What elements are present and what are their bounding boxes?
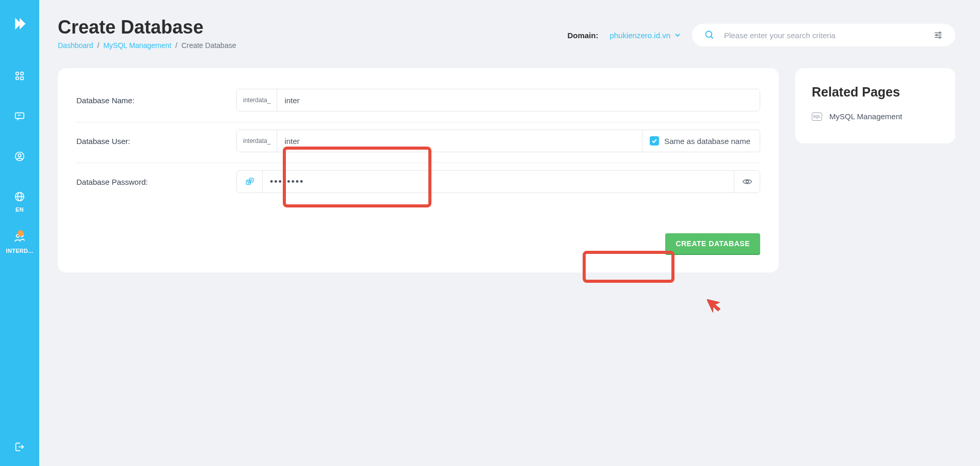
svg-point-13 <box>706 31 712 38</box>
password-input-group <box>236 170 760 193</box>
form-card: Database Name: interdata_ Database User: <box>58 68 779 272</box>
dbuser-input-group: interdata_ Same as database name <box>236 130 760 152</box>
domain-selector[interactable]: phukienzero.id.vn <box>609 31 681 40</box>
svg-point-0 <box>16 72 19 75</box>
svg-point-1 <box>21 72 24 75</box>
related-mysql-management[interactable]: SQL MySQL Management <box>812 112 939 121</box>
page-header: Create Database Dashboard / MySQL Manage… <box>58 17 955 50</box>
password-field[interactable] <box>263 171 734 192</box>
related-mysql-label: MySQL Management <box>829 112 902 121</box>
svg-point-20 <box>939 37 941 38</box>
related-pages-card: Related Pages SQL MySQL Management <box>795 68 955 143</box>
globe-icon <box>14 191 25 202</box>
form-row-dbuser: Database User: interdata_ <box>76 122 760 163</box>
sidebar-item-user[interactable]: INTERD... <box>6 232 34 254</box>
logout-icon <box>14 441 25 453</box>
generate-password-button[interactable] <box>237 171 263 192</box>
chat-icon <box>14 110 25 122</box>
check-icon <box>651 138 657 144</box>
svg-point-25 <box>251 180 252 181</box>
breadcrumb-dashboard[interactable]: Dashboard <box>58 41 93 50</box>
svg-point-16 <box>939 32 941 34</box>
dbuser-prefix: interdata_ <box>237 130 277 152</box>
same-as-label: Same as database name <box>664 137 750 146</box>
sidebar: EN INTERD... <box>0 0 39 466</box>
sql-icon: SQL <box>812 113 822 121</box>
dbname-label: Database Name: <box>76 96 236 105</box>
toggle-password-visibility[interactable] <box>734 171 760 192</box>
dbuser-label: Database User: <box>76 137 236 146</box>
dice-icon <box>245 177 254 186</box>
password-label: Database Password: <box>76 178 236 186</box>
domain-label: Domain: <box>567 31 598 40</box>
user-label: INTERD... <box>6 248 34 254</box>
create-database-button[interactable]: CREATE DATABASE <box>665 233 760 254</box>
breadcrumb-current: Create Database <box>182 41 236 50</box>
sidebar-item-account[interactable] <box>0 151 39 162</box>
sidebar-item-apps[interactable] <box>0 70 39 82</box>
user-circle-icon <box>14 151 25 162</box>
svg-point-18 <box>936 35 938 36</box>
breadcrumb: Dashboard / MySQL Management / Create Da… <box>58 41 236 50</box>
svg-point-22 <box>247 181 248 182</box>
chevron-down-icon <box>674 32 681 38</box>
svg-rect-3 <box>21 77 24 80</box>
page-title: Create Database <box>58 17 236 38</box>
form-actions: CREATE DATABASE <box>76 233 760 254</box>
dbname-field[interactable] <box>277 89 760 111</box>
search-box <box>692 24 955 46</box>
svg-line-14 <box>711 37 713 39</box>
search-icon <box>704 30 715 40</box>
sidebar-item-language[interactable]: EN <box>0 191 39 213</box>
sidebar-item-chat[interactable] <box>0 110 39 122</box>
related-title: Related Pages <box>812 85 939 100</box>
same-as-checkbox-wrap[interactable]: Same as database name <box>642 136 760 146</box>
dbuser-field[interactable] <box>277 130 642 152</box>
apps-icon <box>14 70 25 82</box>
svg-rect-4 <box>15 113 24 119</box>
svg-point-26 <box>746 181 748 183</box>
language-label: EN <box>15 206 24 213</box>
eye-icon <box>742 176 752 187</box>
dbname-prefix: interdata_ <box>237 89 277 111</box>
search-input[interactable] <box>724 31 924 40</box>
main-content: Create Database Dashboard / MySQL Manage… <box>39 0 980 289</box>
svg-point-2 <box>16 77 19 80</box>
form-row-dbname: Database Name: interdata_ <box>76 89 760 122</box>
domain-value: phukienzero.id.vn <box>609 31 670 40</box>
sidebar-item-logout[interactable] <box>0 441 39 453</box>
breadcrumb-mysql[interactable]: MySQL Management <box>103 41 171 50</box>
form-row-password: Database Password: <box>76 163 760 203</box>
arrow-annotation <box>707 293 722 313</box>
filter-icon[interactable] <box>934 30 943 40</box>
svg-point-23 <box>248 183 249 184</box>
dbname-input-group: interdata_ <box>236 89 760 111</box>
same-as-checkbox <box>650 136 659 146</box>
app-logo[interactable] <box>9 13 30 34</box>
svg-point-7 <box>18 154 21 157</box>
